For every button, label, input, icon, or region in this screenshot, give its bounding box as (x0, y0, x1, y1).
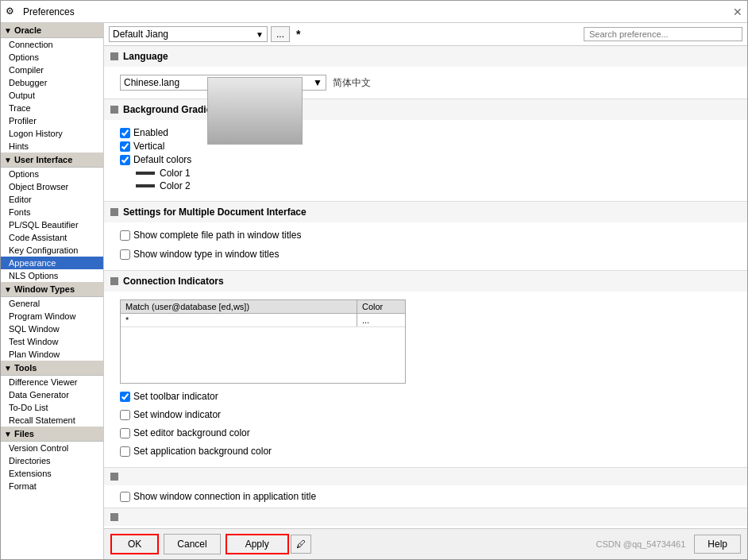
bottom-left-buttons: OK Cancel (110, 534, 221, 554)
sidebar-item-program-window[interactable]: Program Window (1, 310, 103, 322)
set-editor-bg-label: Set editor background color (133, 427, 250, 438)
sidebar-scroll: ▼ Oracle Connection Options Compiler Deb… (1, 23, 103, 559)
bottom-right: CSDN @qq_54734461 Help (596, 535, 741, 554)
sidebar-item-code-assistant[interactable]: Code Assistant (1, 231, 103, 244)
enabled-checkbox[interactable] (120, 128, 130, 138)
color1-row: Color 1 (136, 168, 191, 179)
section-bullet-scroll (110, 513, 118, 521)
vertical-row: Vertical (120, 141, 191, 152)
sidebar-item-hints[interactable]: Hints (1, 140, 103, 153)
language-section-header: Language (104, 46, 747, 67)
mdi-section: Settings for Multiple Document Interface… (104, 202, 747, 271)
sidebar-item-test-window[interactable]: Test Window (1, 335, 103, 348)
apply-icon-button[interactable]: 🖊 (291, 535, 311, 554)
window-type-checkbox[interactable] (120, 249, 130, 260)
sidebar-item-compiler[interactable]: Compiler (1, 64, 103, 76)
section-bullet-bg (110, 106, 118, 114)
sidebar-group-files-label: Files (14, 429, 34, 438)
window-title: Preferences (23, 6, 733, 17)
close-button[interactable]: ✕ (733, 6, 742, 18)
sidebar-item-directories[interactable]: Directories (1, 454, 103, 467)
set-editor-bg-checkbox[interactable] (120, 428, 130, 438)
sidebar-item-editor[interactable]: Editor (1, 193, 103, 206)
sidebar-item-options-ui[interactable]: Options (1, 168, 103, 180)
scroll-window-header (104, 508, 747, 526)
indicators-table: Match (user@database [ed,ws]) Color * ..… (120, 299, 406, 384)
sidebar-group-oracle[interactable]: ▼ Oracle (1, 23, 103, 38)
sidebar-item-appearance[interactable]: Appearance (1, 257, 103, 269)
sidebar-item-connection[interactable]: Connection (1, 38, 103, 51)
sidebar-item-nls-options[interactable]: NLS Options (1, 269, 103, 282)
sidebar-item-format[interactable]: Format (1, 480, 103, 492)
sidebar-item-trace[interactable]: Trace (1, 102, 103, 114)
set-window-checkbox[interactable] (120, 410, 130, 420)
profile-dropdown[interactable]: Default Jiang ▼ (109, 26, 268, 42)
sidebar-item-key-configuration[interactable]: Key Configuration (1, 244, 103, 257)
sidebar-item-object-browser[interactable]: Object Browser (1, 180, 103, 193)
sidebar-item-output[interactable]: Output (1, 89, 103, 102)
sidebar-item-options-oracle[interactable]: Options (1, 51, 103, 64)
sidebar-group-window-types[interactable]: ▼ Window Types (1, 282, 103, 297)
gradient-options: Enabled Vertical Default colors (120, 125, 191, 193)
preferences-window: ⚙ Preferences ✕ ▼ Oracle Connection Opti… (0, 0, 748, 560)
default-colors-checkbox[interactable] (120, 155, 130, 165)
section-bullet-conn (110, 277, 118, 285)
vertical-label: Vertical (133, 141, 164, 152)
sidebar-item-sql-window[interactable]: SQL Window (1, 322, 103, 335)
bottom-bar: OK Cancel Apply 🖊 CSDN @qq_54734461 Help (104, 528, 747, 559)
app-icon: ⚙ (6, 6, 18, 18)
apply-button[interactable]: Apply (226, 534, 289, 554)
ok-button[interactable]: OK (110, 534, 159, 554)
default-colors-label: Default colors (133, 154, 191, 165)
sidebar-group-user-interface[interactable]: ▼ User Interface (1, 153, 103, 168)
sidebar-item-todo-list[interactable]: To-Do List (1, 401, 103, 414)
show-window-conn-label: Show window connection in application ti… (133, 491, 316, 502)
sidebar-item-version-control[interactable]: Version Control (1, 442, 103, 454)
enabled-row: Enabled (120, 127, 191, 138)
show-window-connection-section: Show window connection in application ti… (104, 468, 747, 508)
row1-match: * (121, 314, 357, 326)
color2-row: Color 2 (136, 180, 191, 191)
sidebar-item-data-generator[interactable]: Data Generator (1, 388, 103, 401)
color2-swatch (136, 184, 155, 187)
apply-group: Apply 🖊 (226, 534, 311, 554)
sidebar-item-logon-history[interactable]: Logon History (1, 127, 103, 140)
sidebar-item-difference-viewer[interactable]: Difference Viewer (1, 376, 103, 388)
main-content: ▼ Oracle Connection Options Compiler Deb… (1, 23, 747, 559)
sidebar-group-wt-label: Window Types (14, 284, 75, 294)
complete-path-checkbox[interactable] (120, 230, 130, 241)
cancel-button[interactable]: Cancel (164, 534, 220, 554)
mdi-title: Settings for Multiple Document Interface (123, 207, 307, 218)
background-gradient-section: Background Gradient Enabled (104, 99, 747, 202)
sidebar-item-recall-statement[interactable]: Recall Statement (1, 414, 103, 427)
more-button[interactable]: ... (271, 26, 290, 42)
conn-indicators-title: Connection Indicators (123, 276, 224, 287)
sidebar-item-extensions[interactable]: Extensions (1, 467, 103, 480)
show-window-conn-checkbox[interactable] (120, 492, 130, 502)
window-type-label: Show window type in window titles (133, 249, 279, 260)
indicators-table-header: Match (user@database [ed,ws]) Color (121, 300, 405, 314)
connection-indicators-section: Connection Indicators Match (user@databa… (104, 271, 747, 468)
vertical-checkbox[interactable] (120, 141, 130, 152)
language-value: Chinese.lang (124, 77, 179, 88)
sidebar-item-plan-window[interactable]: Plan Window (1, 348, 103, 361)
sidebar-item-fonts[interactable]: Fonts (1, 206, 103, 218)
enabled-label: Enabled (133, 127, 168, 138)
help-button[interactable]: Help (694, 535, 741, 554)
indicators-row-1[interactable]: * ... (121, 314, 405, 327)
row1-color: ... (357, 314, 405, 326)
sidebar-group-files[interactable]: ▼ Files (1, 427, 103, 442)
set-toolbar-checkbox[interactable] (120, 392, 130, 402)
search-input[interactable] (584, 27, 742, 41)
set-app-bg-label: Set application background color (133, 446, 272, 457)
sidebar-item-plsql-beautifier[interactable]: PL/SQL Beautifier (1, 218, 103, 231)
section-bullet-mdi (110, 208, 118, 216)
sidebar-item-general[interactable]: General (1, 297, 103, 310)
sidebar-item-debugger[interactable]: Debugger (1, 76, 103, 89)
set-app-bg-checkbox[interactable] (120, 446, 130, 457)
language-dropdown-arrow: ▼ (313, 77, 322, 88)
sidebar-group-tools[interactable]: ▼ Tools (1, 361, 103, 376)
sidebar-item-profiler[interactable]: Profiler (1, 114, 103, 127)
set-toolbar-row: Set toolbar indicator (120, 391, 731, 402)
set-toolbar-label: Set toolbar indicator (133, 391, 218, 402)
